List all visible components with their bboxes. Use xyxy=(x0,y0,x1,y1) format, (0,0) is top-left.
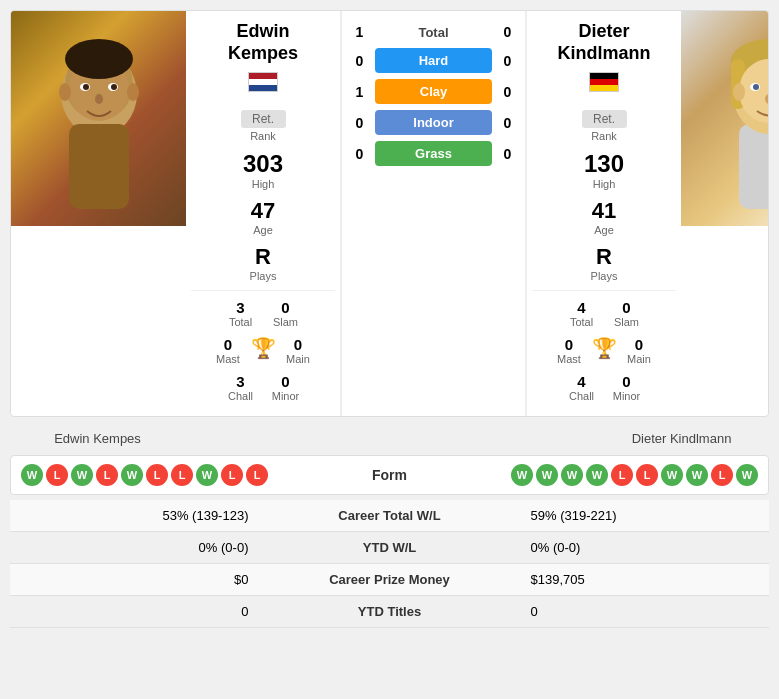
svg-point-23 xyxy=(733,83,745,101)
player-left-name-below: Edwin Kempes xyxy=(10,427,185,450)
svg-point-9 xyxy=(95,94,103,104)
stat-right: 0% (0-0) xyxy=(519,532,769,564)
player-left-high: 303 High xyxy=(241,150,286,190)
form-badge-right-w: W xyxy=(561,464,583,486)
surface-indoor-btn[interactable]: Indoor xyxy=(375,110,492,135)
player-right-titles-row: 4 Total 0 Slam xyxy=(559,299,649,328)
player-left-plays: R Plays xyxy=(241,244,286,282)
form-badge-right-l: L xyxy=(636,464,658,486)
stat-label: Career Prize Money xyxy=(260,564,518,596)
form-badge-right-l: L xyxy=(711,464,733,486)
player-left-mast-row: 0 Mast 🏆 0 Main xyxy=(206,336,321,365)
form-label: Form xyxy=(372,467,407,483)
trophy-left-icon: 🏆 xyxy=(251,336,276,365)
player-left-name: Edwin Kempes xyxy=(228,21,298,64)
player-right-name-below: Dieter Kindlmann xyxy=(594,427,769,450)
stat-right: $139,705 xyxy=(519,564,769,596)
stat-left: $0 xyxy=(10,564,260,596)
svg-rect-12 xyxy=(739,124,770,209)
stat-right: 0 xyxy=(519,596,769,628)
surface-hard-row: 0 Hard 0 xyxy=(347,48,520,73)
player-names-row: Edwin Kempes Dieter Kindlmann xyxy=(10,427,769,450)
stats-table: 53% (139-123)Career Total W/L59% (319-22… xyxy=(10,500,769,628)
form-badge-right-w: W xyxy=(736,464,758,486)
svg-point-10 xyxy=(59,83,71,101)
player-right-plays: R Plays xyxy=(582,244,627,282)
main-container: Edwin Kempes Ret. Rank 303 High xyxy=(0,10,779,628)
surface-clay-btn[interactable]: Clay xyxy=(375,79,492,104)
form-badges-right: WWWWLLWWLW xyxy=(511,464,758,486)
player-left-stats: Edwin Kempes Ret. Rank 303 High xyxy=(186,11,341,416)
svg-point-7 xyxy=(83,84,89,90)
trophy-right-icon: 🏆 xyxy=(592,336,617,365)
surface-clay-row: 1 Clay 0 xyxy=(347,79,520,104)
form-badge-right-w: W xyxy=(586,464,608,486)
svg-point-20 xyxy=(753,84,759,90)
surface-grass-row: 0 Grass 0 xyxy=(347,141,520,166)
middle-section: 1 Total 0 0 Hard 0 1 Clay 0 0 Indoor 0 xyxy=(341,11,526,416)
player-comparison: Edwin Kempes Ret. Rank 303 High xyxy=(10,10,769,417)
player-right-mast-row: 0 Mast 🏆 0 Main xyxy=(547,336,662,365)
form-badge-left-w: W xyxy=(196,464,218,486)
surface-hard-btn[interactable]: Hard xyxy=(375,48,492,73)
surface-indoor-row: 0 Indoor 0 xyxy=(347,110,520,135)
form-badge-left-w: W xyxy=(21,464,43,486)
player-right-photo xyxy=(681,11,769,226)
player-right-rank: Ret. Rank xyxy=(582,110,627,142)
player-right-age: 41 Age xyxy=(582,198,627,236)
form-badge-right-l: L xyxy=(611,464,633,486)
player-left-rank: Ret. Rank xyxy=(241,110,286,142)
player-right-flag xyxy=(589,72,619,98)
form-badges-left: WLWLWLLWLL xyxy=(21,464,268,486)
player-right-stats: Dieter Kindlmann Ret. Rank 130 High xyxy=(526,11,681,416)
table-row: 0YTD Titles0 xyxy=(10,596,769,628)
form-badge-left-l: L xyxy=(146,464,168,486)
form-badge-left-l: L xyxy=(171,464,193,486)
player-left-flag xyxy=(248,72,278,98)
form-badge-right-w: W xyxy=(661,464,683,486)
form-badge-left-l: L xyxy=(46,464,68,486)
form-badge-left-w: W xyxy=(121,464,143,486)
svg-point-4 xyxy=(65,39,133,79)
player-left-titles-row: 3 Total 0 Slam xyxy=(218,299,308,328)
player-right-name: Dieter Kindlmann xyxy=(558,21,651,64)
table-row: $0Career Prize Money$139,705 xyxy=(10,564,769,596)
form-badge-right-w: W xyxy=(686,464,708,486)
form-badge-left-w: W xyxy=(71,464,93,486)
table-row: 0% (0-0)YTD W/L0% (0-0) xyxy=(10,532,769,564)
player-right-chall-row: 4 Chall 0 Minor xyxy=(559,373,649,402)
table-row: 53% (139-123)Career Total W/L59% (319-22… xyxy=(10,500,769,532)
stat-left: 53% (139-123) xyxy=(10,500,260,532)
form-badge-left-l: L xyxy=(246,464,268,486)
svg-rect-2 xyxy=(69,124,129,209)
stat-left: 0% (0-0) xyxy=(10,532,260,564)
player-right-high: 130 High xyxy=(582,150,627,190)
player-left-age: 47 Age xyxy=(241,198,286,236)
form-badge-left-l: L xyxy=(221,464,243,486)
stat-left: 0 xyxy=(10,596,260,628)
form-badge-left-l: L xyxy=(96,464,118,486)
player-left-photo xyxy=(11,11,186,226)
form-section: WLWLWLLWLL Form WWWWLLWWLW xyxy=(10,455,769,495)
svg-point-11 xyxy=(127,83,139,101)
form-badge-right-w: W xyxy=(536,464,558,486)
surface-grass-btn[interactable]: Grass xyxy=(375,141,492,166)
player-left-chall-row: 3 Chall 0 Minor xyxy=(218,373,308,402)
stat-label: YTD Titles xyxy=(260,596,518,628)
stat-label: Career Total W/L xyxy=(260,500,518,532)
total-row: 1 Total 0 xyxy=(347,24,520,40)
stat-label: YTD W/L xyxy=(260,532,518,564)
form-badge-right-w: W xyxy=(511,464,533,486)
stat-right: 59% (319-221) xyxy=(519,500,769,532)
svg-point-8 xyxy=(111,84,117,90)
